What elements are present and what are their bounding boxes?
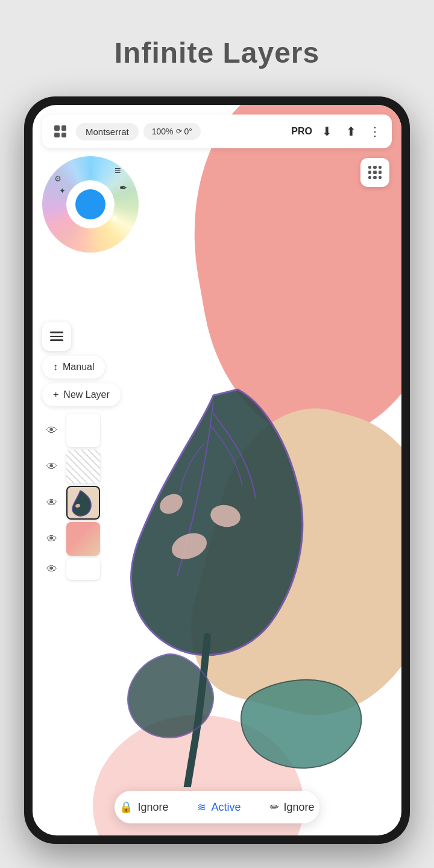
angle-icon: ⟳ (176, 127, 182, 136)
layer-item: 👁 (42, 450, 151, 483)
plus-icon: + (53, 389, 58, 400)
layer-visibility-toggle[interactable]: 👁 (42, 457, 61, 476)
wheel-icons: ≡ ✒ ⚙ ✦ 87.8 (42, 156, 139, 253)
hamburger-icon (50, 332, 63, 341)
manual-sort-button[interactable]: ↕ Manual (42, 356, 105, 379)
bottom-ignore-right[interactable]: ✏ Ignore (270, 800, 315, 814)
svg-text:✒: ✒ (119, 183, 127, 193)
layer-thumbnail[interactable] (66, 558, 100, 580)
zoom-control[interactable]: 100% ⟳ 0° (143, 123, 201, 140)
eye-icon: 👁 (46, 424, 57, 437)
svg-text:≡: ≡ (115, 165, 121, 177)
pencil-icon: ✏ (270, 800, 279, 814)
layer-menu-button[interactable] (42, 322, 71, 351)
toolbar: Montserrat 100% ⟳ 0° PRO ⬇ ⬆ ⋮ (42, 115, 392, 148)
svg-text:⚙: ⚙ (54, 174, 61, 183)
layer-thumbnail[interactable] (66, 450, 100, 483)
eye-icon: 👁 (46, 563, 57, 576)
layer-visibility-toggle[interactable]: 👁 (42, 559, 61, 579)
new-layer-button[interactable]: + New Layer (42, 383, 121, 406)
more-menu-button[interactable]: ⋮ (365, 122, 385, 141)
bottom-active-label: Active (211, 801, 241, 814)
layer-preview-svg (68, 488, 98, 518)
page-title: Infinite Layers (0, 0, 434, 87)
angle-label: 0° (184, 127, 192, 136)
manual-label: Manual (63, 362, 94, 373)
layer-visibility-toggle[interactable]: 👁 (42, 421, 61, 440)
svg-text:✦: ✦ (59, 186, 66, 195)
layer-visibility-toggle[interactable]: 👁 (42, 529, 61, 549)
layer-panel: ↕ Manual + New Layer 👁 (42, 322, 151, 580)
bottom-active[interactable]: ≋ Active (197, 800, 241, 814)
lock-icon: 🔒 (119, 800, 133, 814)
layer-item: 👁 (42, 414, 151, 447)
layer-item: 👁 (42, 486, 151, 520)
color-wheel[interactable]: ≡ ✒ ⚙ ✦ 87.8 (42, 156, 139, 253)
upload-button[interactable]: ⬆ (341, 122, 360, 141)
layer-visibility-toggle[interactable]: 👁 (42, 493, 61, 512)
bottom-ignore-left[interactable]: 🔒 Ignore (119, 800, 168, 814)
phone-frame: Montserrat 100% ⟳ 0° PRO ⬇ ⬆ ⋮ ≡ ✒ (24, 96, 410, 844)
layer-item: 👁 (42, 558, 151, 580)
eye-icon: 👁 (46, 461, 57, 473)
bottom-ignore-left-label: Ignore (137, 801, 168, 814)
layers-icon: ≋ (197, 800, 206, 814)
new-layer-label: New Layer (63, 389, 109, 400)
bottom-toolbar: 🔒 Ignore ≋ Active ✏ Ignore (115, 791, 319, 823)
svg-text:87.8: 87.8 (102, 215, 117, 223)
layer-list: 👁 👁 👁 (42, 414, 151, 580)
eye-icon: 👁 (46, 533, 57, 546)
sort-icon: ↕ (53, 362, 58, 373)
phone-screen: Montserrat 100% ⟳ 0° PRO ⬇ ⬆ ⋮ ≡ ✒ (33, 105, 401, 835)
download-button[interactable]: ⬇ (317, 122, 336, 141)
layer-item: 👁 (42, 522, 151, 556)
grid-menu-icon[interactable] (49, 121, 71, 142)
zoom-label: 100% (152, 127, 174, 136)
bottom-ignore-right-label: Ignore (284, 801, 315, 814)
pro-badge[interactable]: PRO (291, 126, 312, 137)
eye-icon: 👁 (46, 497, 57, 509)
layer-thumbnail-active[interactable] (66, 486, 100, 520)
layer-thumbnail[interactable] (66, 522, 100, 556)
layer-thumbnail[interactable] (66, 414, 100, 447)
font-selector[interactable]: Montserrat (76, 123, 139, 140)
right-grid-button[interactable] (360, 158, 389, 187)
